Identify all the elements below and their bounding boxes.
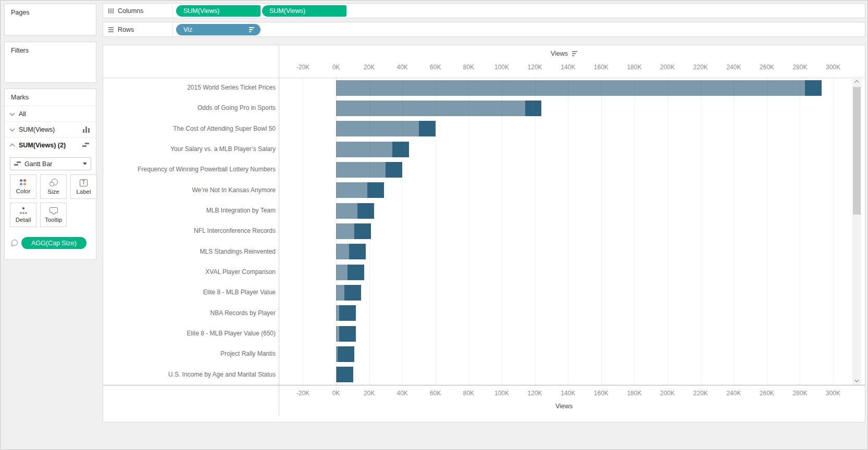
filters-title: Filters	[11, 47, 29, 54]
mark-type-value: Gantt Bar	[24, 160, 53, 168]
row-label[interactable]: We’re Not In Kansas Anymore	[130, 180, 276, 201]
axis-tick: 200K	[660, 390, 675, 397]
bar-cap[interactable]	[338, 346, 354, 362]
mark-type-dropdown[interactable]: Gantt Bar	[10, 157, 91, 170]
axis-tick: 100K	[494, 64, 509, 71]
bar-cap[interactable]	[339, 305, 356, 321]
bar-cap[interactable]	[419, 121, 436, 136]
row-label[interactable]: Odds of Going Pro in Sports	[130, 98, 276, 118]
button-label: Size	[47, 189, 59, 195]
agg-cap-size-pill[interactable]: AGG(Cap Size)	[21, 237, 86, 249]
rows-icon	[108, 27, 114, 32]
size-button[interactable]: Size	[40, 174, 67, 199]
axis-tick: 160K	[594, 390, 609, 397]
chart-row: NBA Records by Player	[103, 303, 866, 323]
bar-cap[interactable]	[367, 182, 384, 198]
measure-pill[interactable]: SUM(Views)	[176, 5, 261, 17]
chart-row: The Cost of Attending Super Bowl 50	[103, 119, 866, 139]
axis-tick: 220K	[693, 390, 708, 397]
axis-ticks-bottom: -20K0K20K40K60K80K100K120K140K160K180K20…	[103, 390, 865, 398]
marks-card-section[interactable]: SUM(Views) (2)	[5, 137, 96, 153]
bar-base[interactable]	[336, 244, 349, 259]
axis-tick: 280K	[792, 390, 807, 397]
marks-section-label: All	[19, 110, 26, 118]
row-label[interactable]: The Cost of Attending Super Bowl 50	[130, 119, 276, 139]
detail-button[interactable]: Detail	[10, 203, 36, 227]
bar-cap[interactable]	[349, 244, 366, 259]
bar-cap[interactable]	[805, 80, 822, 96]
chart-row: Elite 8 - MLB Player Value	[103, 282, 866, 303]
axis-tick: 0K	[332, 390, 340, 397]
measure-pill[interactable]: SUM(Views)	[262, 5, 346, 17]
vertical-scrollbar[interactable]	[852, 77, 861, 385]
columns-pill-area: SUM(Views)SUM(Views)	[173, 5, 346, 17]
bar-base[interactable]	[336, 285, 344, 301]
axis-tick: 180K	[627, 390, 641, 397]
scroll-up-button[interactable]	[852, 77, 861, 86]
axis-tick: 260K	[760, 64, 774, 71]
row-label[interactable]: NBA Records by Player	[130, 303, 276, 323]
detail-icon	[19, 207, 28, 215]
marks-card-section[interactable]: All	[5, 106, 96, 121]
lasso-icon[interactable]	[10, 240, 18, 247]
bar-base[interactable]	[336, 162, 386, 178]
bar-cap[interactable]	[386, 162, 402, 178]
row-label[interactable]: Project Rally Mantis	[130, 344, 276, 364]
row-label[interactable]: 2015 World Series Ticket Prices	[130, 78, 276, 98]
chart-row: Odds of Going Pro in Sports	[103, 98, 866, 118]
color-button[interactable]: Color	[10, 174, 36, 199]
rows-shelf[interactable]: Rows Viz	[103, 22, 865, 37]
bar-base[interactable]	[336, 142, 392, 157]
bar-cap[interactable]	[354, 223, 371, 239]
axis-tick: 100K	[494, 390, 509, 397]
bar-base[interactable]	[336, 265, 348, 280]
axis-tick: 220K	[693, 64, 708, 71]
marks-title: Marks	[11, 94, 29, 101]
scrollbar-thumb[interactable]	[853, 87, 861, 215]
chart-card: Views -20K0K20K40K60K80K100K120K140K160K…	[103, 45, 865, 422]
bar-base[interactable]	[336, 80, 805, 96]
row-label[interactable]: Frequency of Winning Powerball Lottery N…	[130, 159, 276, 180]
bar-cap[interactable]	[392, 142, 409, 157]
bar-base[interactable]	[336, 223, 354, 239]
sort-descending-icon[interactable]	[572, 51, 577, 56]
chart-row: Your Salary vs. a MLB Player’s Salary	[103, 139, 866, 159]
scroll-down-button[interactable]	[852, 376, 861, 385]
row-label[interactable]: U.S. Income by Age and Marital Status	[130, 365, 276, 385]
rows-shelf-label: Rows	[103, 22, 173, 36]
chevron-down-icon[interactable]	[10, 111, 15, 116]
bar-base[interactable]	[336, 182, 367, 198]
chevron-up-icon[interactable]	[10, 143, 15, 147]
marks-card-section[interactable]: SUM(Views)	[5, 121, 96, 137]
axis-tick: 300K	[826, 390, 840, 397]
filters-shelf[interactable]: Filters	[4, 42, 96, 83]
row-label[interactable]: MLB Integration by Team	[130, 201, 276, 221]
bar-cap[interactable]	[357, 203, 374, 219]
pages-shelf[interactable]: Pages	[4, 4, 96, 35]
axis-tick: 240K	[726, 390, 741, 397]
dimension-pill[interactable]: Viz	[176, 24, 261, 35]
bar-cap[interactable]	[348, 265, 364, 280]
bar-cap[interactable]	[344, 285, 361, 301]
bar-base[interactable]	[336, 121, 419, 136]
bar-cap[interactable]	[339, 326, 356, 342]
bar-base[interactable]	[336, 101, 525, 116]
row-label[interactable]: NFL Interconference Records	[130, 221, 276, 241]
row-label[interactable]: MLS Standings Reinvented	[130, 242, 276, 262]
columns-shelf[interactable]: Columns SUM(Views)SUM(Views)	[103, 3, 865, 18]
row-label[interactable]: Your Salary vs. a MLB Player’s Salary	[130, 139, 276, 159]
chart-row: Elite 8 - MLB Player Value (650)	[103, 323, 866, 344]
tooltip-button[interactable]: Tooltip	[40, 203, 67, 227]
chevron-down-icon[interactable]	[10, 127, 15, 132]
bar-base[interactable]	[336, 203, 357, 219]
marks-buttons: ColorSizeLabelDetailTooltip	[10, 174, 97, 227]
bar-cap[interactable]	[525, 101, 542, 116]
row-label[interactable]: Elite 8 - MLB Player Value	[130, 282, 276, 303]
bar-cap[interactable]	[337, 367, 353, 382]
label-button[interactable]: Label	[70, 174, 97, 199]
row-label[interactable]: Elite 8 - MLB Player Value (650)	[130, 323, 276, 344]
button-label: Color	[16, 188, 30, 194]
row-label[interactable]: XVAL Player Comparison	[130, 262, 276, 282]
columns-icon	[108, 8, 114, 14]
gantt-icon	[14, 161, 21, 167]
